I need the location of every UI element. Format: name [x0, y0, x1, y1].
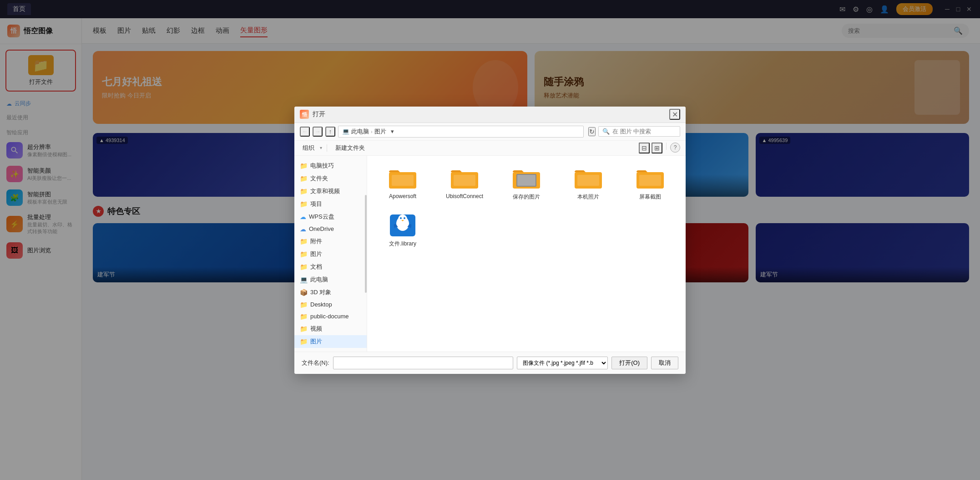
path-refresh-button[interactable]: ↻: [588, 127, 596, 136]
file-name-ubisoft: UbisoftConnect: [446, 193, 483, 199]
filename-label: 文件名(N):: [302, 359, 329, 367]
sidebar-item-thispc[interactable]: 💻 此电脑: [294, 273, 367, 286]
folder-icon: 📁: [300, 200, 308, 208]
svg-rect-3: [454, 175, 475, 186]
open-file-dialog: 悟 打开 ✕ ← → ↑ 💻 此电脑 › 图片 ▾ ↻ 🔍: [294, 107, 686, 374]
sidebar-item-label: 图片: [310, 337, 322, 346]
svg-point-14: [400, 217, 402, 219]
file-item-library[interactable]: 文件.library: [374, 210, 431, 251]
nav-forward-button[interactable]: →: [313, 127, 323, 137]
dialog-body: 📁 电脑技巧 📁 文件夹 📁 文章和视频 📁: [294, 156, 686, 352]
svg-rect-10: [639, 175, 661, 186]
folder-icon: 📁: [300, 175, 308, 182]
svg-rect-6: [517, 175, 535, 186]
breadcrumb-part-1[interactable]: 此电脑: [351, 128, 369, 136]
dialog-close-button[interactable]: ✕: [669, 109, 680, 120]
chevron-down-icon: ▾: [320, 145, 322, 150]
folder-icon: 📁: [300, 325, 308, 332]
computer-icon: 💻: [300, 276, 308, 283]
help-button[interactable]: ?: [670, 143, 680, 153]
cancel-button[interactable]: 取消: [651, 357, 678, 369]
dialog-bottombar: 文件名(N): 图像文件 (*.jpg *.jpeg *.jfif *.b 打开…: [294, 352, 686, 374]
sidebar-item-label: 3D 对象: [310, 288, 331, 296]
filename-input[interactable]: [333, 357, 514, 369]
sidebar-item-public[interactable]: 📁 public-docume: [294, 311, 367, 322]
dialog-files-grid: Apowersoft UbisoftConnect: [367, 156, 686, 352]
dialog-sidebar: 📁 电脑技巧 📁 文件夹 📁 文章和视频 📁: [294, 156, 367, 352]
sidebar-item-project[interactable]: 📁 项目: [294, 198, 367, 210]
sidebar-item-3d[interactable]: 📦 3D 对象: [294, 286, 367, 299]
sidebar-item-label: 文档: [310, 263, 322, 271]
folder-icon: 📁: [300, 238, 308, 245]
path-breadcrumb: 💻 此电脑 › 图片 ▾: [338, 126, 584, 138]
open-button[interactable]: 打开(O): [611, 357, 647, 369]
sidebar-item-articles[interactable]: 📁 文章和视频: [294, 185, 367, 198]
sidebar-item-pictures-2[interactable]: 📁 图片: [294, 335, 367, 348]
sidebar-item-label: 视频: [310, 325, 322, 333]
path-search-box: 🔍: [598, 126, 680, 137]
sidebar-item-label: Desktop: [310, 301, 332, 308]
sidebar-item-docs[interactable]: 📁 文档: [294, 260, 367, 273]
dialog-toolbar: 组织 ▾ 新建文件夹 ⊟ ⊞ ?: [294, 141, 686, 156]
folder-icon: 📁: [300, 338, 308, 345]
sidebar-item-label: 此电脑: [310, 276, 328, 284]
sidebar-item-attachment[interactable]: 📁 附件: [294, 235, 367, 248]
view-grid-button[interactable]: ⊞: [652, 143, 662, 153]
sidebar-item-desktop[interactable]: 📁 Desktop: [294, 299, 367, 311]
sidebar-item-wps[interactable]: ☁ WPS云盘: [294, 210, 367, 223]
folder-icon: 📦: [300, 289, 308, 296]
filetype-select[interactable]: 图像文件 (*.jpg *.jpeg *.jfif *.b: [517, 357, 608, 369]
file-item-photos[interactable]: 本机照片: [560, 163, 616, 204]
file-item-apowersoft[interactable]: Apowersoft: [374, 163, 431, 204]
folder-icon: 📁: [300, 188, 308, 195]
dialog-logo-icon: 悟: [300, 110, 309, 119]
cloud-wps-icon: ☁: [300, 213, 306, 220]
view-list-button[interactable]: ⊟: [639, 143, 650, 153]
toolbar-separator: [327, 144, 327, 152]
dialog-pathbar: ← → ↑ 💻 此电脑 › 图片 ▾ ↻ 🔍: [294, 123, 686, 141]
file-name-apowersoft: Apowersoft: [389, 193, 416, 199]
breadcrumb-icon: 💻: [342, 128, 349, 135]
organize-button[interactable]: 组织: [300, 143, 317, 153]
dialog-title: 打开: [313, 110, 325, 118]
sidebar-item-label: 图片: [310, 250, 322, 258]
folder-icon: 📁: [300, 250, 308, 258]
file-name-photos: 本机照片: [577, 193, 599, 201]
svg-rect-8: [577, 175, 599, 186]
toolbar-right: ⊟ ⊞ ?: [639, 143, 680, 153]
folder-saved-icon: [512, 167, 541, 190]
folder-icon-apowersoft: [388, 167, 417, 190]
sidebar-item-video[interactable]: 📁 视频: [294, 322, 367, 335]
sidebar-item-label: WPS云盘: [309, 213, 334, 221]
new-folder-button[interactable]: 新建文件夹: [332, 143, 369, 153]
sidebar-item-pictures[interactable]: 📁 图片: [294, 248, 367, 260]
app-window: 首页 ✉ ⚙ ◎ 👤 会员激活 ─ □ ✕ 悟 悟空图像 📁 打开文件: [0, 0, 980, 480]
file-name-screenshots: 屏幕截图: [639, 193, 661, 201]
folder-icon: 📁: [300, 301, 308, 308]
sidebar-item-label: 附件: [310, 237, 322, 245]
file-item-screenshots[interactable]: 屏幕截图: [622, 163, 678, 204]
dialog-overlay: 悟 打开 ✕ ← → ↑ 💻 此电脑 › 图片 ▾ ↻ 🔍: [0, 0, 980, 480]
sidebar-item-label: OneDrive: [309, 225, 334, 232]
folder-icon: 📁: [300, 313, 308, 320]
breadcrumb-sep-1: ›: [371, 129, 373, 134]
path-search-input[interactable]: [612, 128, 676, 135]
folder-icon: 📁: [300, 162, 308, 169]
file-item-saved[interactable]: 保存的图片: [498, 163, 555, 204]
dialog-sidebar-wrapper: 📁 电脑技巧 📁 文件夹 📁 文章和视频 📁: [294, 156, 367, 352]
sidebar-scrolltrack[interactable]: [365, 195, 367, 293]
sidebar-item-onedrive[interactable]: ☁ OneDrive: [294, 223, 367, 235]
file-name-saved: 保存的图片: [513, 193, 540, 201]
nav-back-button[interactable]: ←: [300, 127, 310, 137]
sidebar-item-jiqiao[interactable]: 📁 电脑技巧: [294, 159, 367, 172]
sidebar-item-label: 项目: [310, 200, 322, 208]
sidebar-item-folder[interactable]: 📁 文件夹: [294, 172, 367, 185]
path-dropdown-button[interactable]: ▾: [388, 128, 397, 135]
file-item-ubisoft[interactable]: UbisoftConnect: [436, 163, 493, 204]
cloud-onedrive-icon: ☁: [300, 225, 306, 233]
folder-icon: 📁: [300, 263, 308, 271]
nav-up-button[interactable]: ↑: [325, 127, 335, 137]
toolbar-separator-2: [666, 143, 667, 150]
sidebar-item-label: 文件夹: [310, 174, 328, 183]
breadcrumb-part-2[interactable]: 图片: [374, 128, 386, 136]
